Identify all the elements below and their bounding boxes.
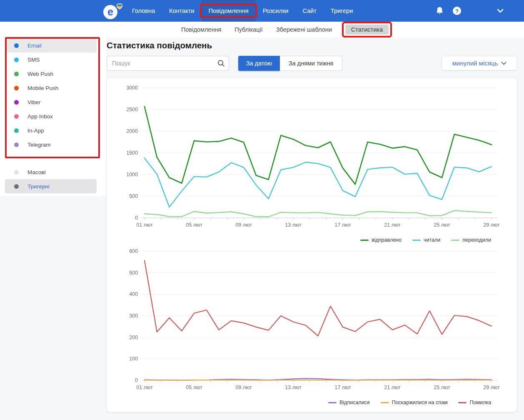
sidebar-item-in-app[interactable]: In-App <box>7 123 97 138</box>
nav-label: Тригери <box>331 8 353 14</box>
header-icons: ? <box>431 0 524 22</box>
svg-text:13 лют: 13 лют <box>285 222 302 228</box>
ukraine-heart-icon <box>117 4 122 9</box>
svg-text:300: 300 <box>129 313 138 319</box>
subnav-item-messages[interactable]: Повідомлення <box>181 26 221 33</box>
legend-label: переходили <box>462 237 491 243</box>
subnav-label: Повідомлення <box>181 26 221 33</box>
sidebar-item-web-push[interactable]: Web Push <box>7 67 97 81</box>
subnav-label: Публікації <box>235 26 262 33</box>
svg-text:29 лют: 29 лют <box>483 385 500 390</box>
nav-label: Головна <box>132 8 155 14</box>
sidebar-item-label: SMS <box>27 57 40 63</box>
view-toggle: За датою За днями тижня <box>238 56 342 71</box>
statistics-card: 05001000150020002500300001 лют05 лют09 л… <box>106 77 517 412</box>
svg-text:01 лют: 01 лют <box>136 222 153 228</box>
subnav-item-statistics[interactable]: Статистика <box>345 25 389 35</box>
subnav-label: Збережені шаблони <box>276 26 332 33</box>
sidebar-item-telegram[interactable]: Telegram <box>7 138 97 152</box>
account-chevron-down-icon[interactable] <box>492 0 509 22</box>
svg-text:2000: 2000 <box>126 128 138 134</box>
search-input[interactable] <box>107 60 214 67</box>
sidebar-item-label: App Inbox <box>27 113 53 120</box>
svg-text:09 лют: 09 лют <box>235 385 252 390</box>
period-value: минулий місяць <box>452 60 498 67</box>
chevron-down-icon <box>501 62 507 65</box>
subnav-item-saved-templates[interactable]: Збережені шаблони <box>276 26 332 33</box>
sidebar-item-mobile-push[interactable]: Mobile Push <box>7 81 97 95</box>
search-icon[interactable] <box>214 56 229 70</box>
sidebar-item-email[interactable]: Email <box>7 38 97 52</box>
legend-item-unsubscribed: Відписалися <box>328 400 370 405</box>
svg-text:200: 200 <box>129 335 138 340</box>
svg-text:29 лют: 29 лют <box>483 222 500 228</box>
svg-text:25 лют: 25 лют <box>434 222 450 228</box>
sidebar-item-label: Масові <box>27 169 46 175</box>
legend-swatch <box>458 402 467 403</box>
legend-label: Відписалися <box>339 400 370 405</box>
svg-text:0: 0 <box>135 378 138 383</box>
statistics-chip[interactable]: Статистика <box>345 25 389 35</box>
nav-item-campaigns[interactable]: Розсилки <box>256 0 296 22</box>
svg-text:05 лют: 05 лют <box>186 222 202 228</box>
nav-item-contacts[interactable]: Контакти <box>162 0 201 22</box>
nav-item-home[interactable]: Головна <box>125 0 162 22</box>
bell-icon[interactable] <box>431 0 448 22</box>
svg-text:2500: 2500 <box>126 107 138 112</box>
page-title: Статистика повідомлень <box>107 40 212 50</box>
esputnik-logo-icon: e <box>101 2 125 21</box>
svg-text:100: 100 <box>129 356 138 362</box>
legend-label: Помилка <box>469 400 491 405</box>
svg-text:400: 400 <box>129 291 138 297</box>
nav-item-messages[interactable]: Повідомлення <box>201 0 255 22</box>
svg-text:17 лют: 17 лют <box>334 222 351 228</box>
legend-swatch <box>451 240 459 241</box>
toggle-by-weekday[interactable]: За днями тижня <box>280 56 342 71</box>
sms-dot-icon <box>14 58 19 62</box>
svg-text:0: 0 <box>135 215 138 221</box>
nav-item-site[interactable]: Сайт <box>295 0 323 22</box>
sidebar-item-mass[interactable]: Масові <box>5 165 97 179</box>
legend-label: читали <box>424 237 440 243</box>
nav-item-triggers[interactable]: Тригери <box>324 0 360 22</box>
viber-dot-icon <box>14 100 19 105</box>
period-select[interactable]: минулий місяць <box>442 56 517 70</box>
help-icon[interactable]: ? <box>448 0 466 22</box>
legend-item-error: Помилка <box>458 400 491 405</box>
svg-text:1500: 1500 <box>126 150 138 156</box>
sidebar-item-label: Тригерні <box>27 183 50 190</box>
svg-text:21 лют: 21 лют <box>384 222 401 228</box>
sidebar-item-label: Mobile Push <box>27 85 58 91</box>
legend-label: Поскаржилися на спам <box>392 400 448 405</box>
legend-label: відправлено <box>372 237 402 243</box>
main-nav: Головна Контакти Повідомлення Розсилки С… <box>125 0 360 22</box>
nav-label: Повідомлення <box>208 8 248 14</box>
subnav-label: Статистика <box>351 26 383 33</box>
errors-line-chart: 010020030040050060001 лют05 лют09 лют13 … <box>107 248 517 398</box>
sidebar-item-label: Web Push <box>27 71 53 77</box>
legend-swatch <box>412 240 421 241</box>
svg-text:25 лют: 25 лют <box>434 385 450 390</box>
legend-item-sent: відправлено <box>360 237 402 243</box>
svg-text:21 лют: 21 лют <box>384 385 401 390</box>
legend-swatch <box>328 402 337 403</box>
message-type-list: Масові Тригерні <box>5 165 97 193</box>
channel-sidebar: Email SMS Web Push Mobile Push Viber App… <box>0 38 106 196</box>
toggle-by-date[interactable]: За датою <box>238 56 280 71</box>
sidebar-item-app-inbox[interactable]: App Inbox <box>7 109 97 123</box>
channel-list: Email SMS Web Push Mobile Push Viber App… <box>7 38 97 152</box>
email-dot-icon <box>14 43 19 48</box>
sidebar-item-sms[interactable]: SMS <box>7 52 97 67</box>
subnav-item-publications[interactable]: Публікації <box>235 26 262 33</box>
sidebar-item-viber[interactable]: Viber <box>7 95 97 109</box>
svg-text:500: 500 <box>129 193 138 199</box>
legend-item-spam-complaints: Поскаржилися на спам <box>381 400 448 405</box>
sidebar-item-trigger[interactable]: Тригерні <box>5 179 97 193</box>
app-logo[interactable]: e <box>101 2 125 21</box>
legend-item-clicked: переходили <box>451 237 491 243</box>
svg-text:13 лют: 13 лют <box>285 385 302 390</box>
telegram-dot-icon <box>14 142 19 147</box>
legend-item-read: читали <box>412 237 440 243</box>
sidebar-item-label: Viber <box>27 99 40 105</box>
sidebar-item-label: In-App <box>27 128 44 134</box>
